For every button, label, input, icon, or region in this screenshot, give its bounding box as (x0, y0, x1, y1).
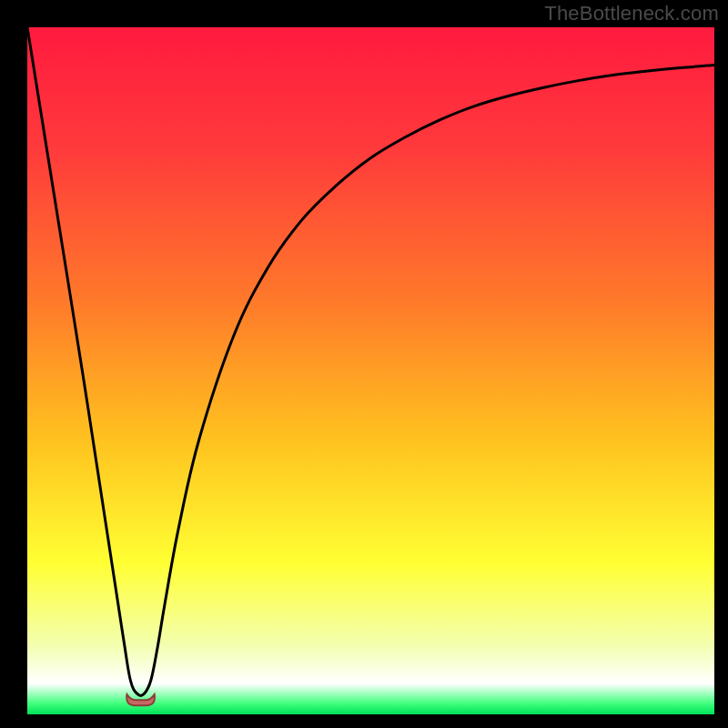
chart-frame: TheBottleneck.com (0, 0, 728, 728)
bottleneck-chart (27, 27, 714, 714)
plot-area (27, 27, 714, 714)
watermark-text: TheBottleneck.com (544, 2, 719, 25)
gradient-background (27, 27, 714, 714)
